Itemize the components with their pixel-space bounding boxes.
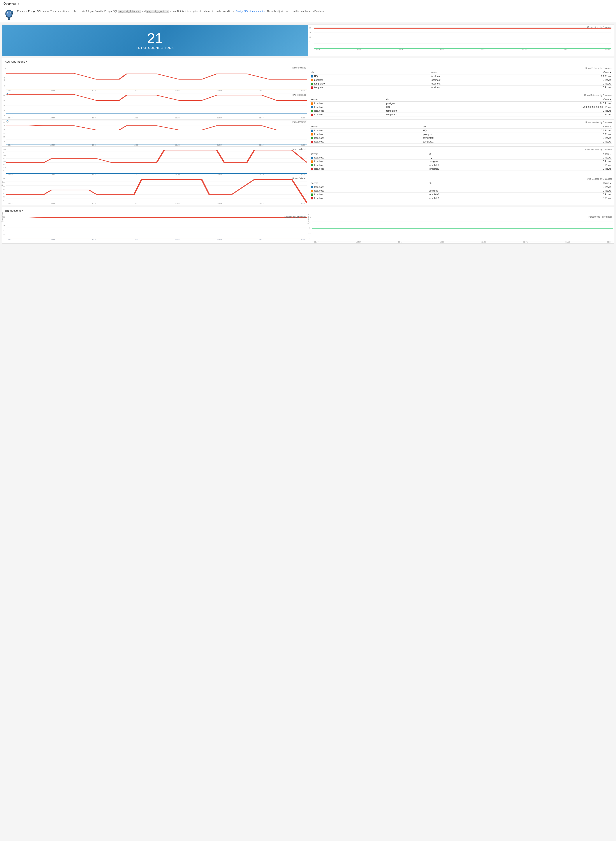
inserted-by-db-table: server db Value ▾ localhost HQ 0.3 Rows … (310, 125, 612, 144)
rows-returned-svg (6, 93, 307, 117)
rows-updated-row: Rows Updated .035 .03 .025 .02 .015 .01 … (2, 147, 614, 176)
transactions-grid: Transactions Committed .25 .2 .15 .1 .05… (2, 214, 614, 243)
table-row: HQ localhost 1.1 Rows (310, 75, 612, 78)
postgres-logo (3, 9, 15, 21)
transactions-committed-title: Transactions Committed (282, 215, 306, 218)
table-row: localhost HQ 0 Rows (310, 185, 612, 189)
rows-inserted-row: Rows Inserted .25 .2 .15 .1 .05 0 11:451… (2, 120, 614, 147)
table-row: localhost template0 0 Rows (310, 136, 612, 140)
table-row: localhost template0 0 Rows (310, 163, 612, 167)
rows-deleted-table-title: Rows Deleted by Database (310, 178, 612, 180)
rows-deleted-table: Rows Deleted by Database server db Value… (308, 176, 614, 205)
rows-fetched-chart-panel: Rows Fetched Rows 1.5 1 .5 0 11:4512 PM1… (2, 65, 308, 92)
rows-fetched-svg (6, 66, 307, 90)
transactions-rolledback-title: Transactions Rolled Back (588, 215, 612, 218)
connections-chart-title: Connections by Database (587, 26, 612, 28)
page-header: Overview ▾ (0, 0, 616, 7)
table-row: localhost template1 0 Rows (310, 140, 612, 144)
table-row: localhost template1 0 Rows (310, 196, 612, 200)
table-row: template0 localhost 0 Rows (310, 82, 612, 86)
connections-grid: 21 TOTAL CONNECTIONS Connections by Data… (2, 25, 614, 56)
rows-fetched-table-title: Rows Fetched by Database (310, 67, 612, 69)
transactions-section: Transactions ▾ Transactions Committed .2… (2, 207, 614, 244)
table-row: localhost HQ 0.7999999999999999 Rows (310, 105, 612, 109)
rows-fetched-row: Rows Fetched Rows 1.5 1 .5 0 11:4512 PM1… (2, 65, 614, 92)
rows-updated-title: Rows Updated (292, 148, 306, 150)
table-row: localhost postgres 0 Rows (310, 132, 612, 136)
table-row: localhost HQ 0 Rows (310, 156, 612, 160)
rows-inserted-title: Rows Inserted (292, 121, 306, 123)
connections-chart-panel: Connections by Database 11:4512 PM12:151… (308, 25, 614, 56)
returned-by-db-table: server db Value ▾ localhost postgres 64.… (310, 97, 612, 116)
transactions-header[interactable]: Transactions ▾ (2, 207, 614, 214)
updated-by-db-table: server db Value ▾ localhost HQ 0 Rows lo… (310, 152, 612, 171)
rows-inserted-loading (6, 120, 9, 123)
table-row: localhost postgres 0 Rows (310, 189, 612, 193)
rows-fetched-title: Rows Fetched (292, 67, 306, 69)
transactions-rolledback-svg (312, 215, 613, 242)
total-connections-panel: 21 TOTAL CONNECTIONS (2, 25, 308, 56)
transactions-committed-svg (6, 215, 307, 239)
table-row: template1 localhost 0 Rows (310, 86, 612, 89)
svg-point-4 (7, 13, 8, 13)
rows-inserted-table-title: Rows Inserted by Database (310, 121, 612, 124)
info-bar: Real-time PostgreSQL status. These stati… (0, 7, 616, 23)
row-operations-section: Row Operations ▾ Rows Fetched Rows 1.5 1… (2, 58, 614, 205)
rows-returned-chart-panel: Rows Returned 40 30 20 10 0 11:4512 PM12… (2, 92, 308, 119)
rows-returned-title: Rows Returned (291, 94, 306, 96)
rows-inserted-chart-panel: Rows Inserted .25 .2 .15 .1 .05 0 11:451… (2, 120, 308, 147)
table-row: postgres localhost 0 Rows (310, 78, 612, 82)
overview-title[interactable]: Overview ▾ (3, 2, 19, 5)
table-row: localhost template0 0 Rows (310, 193, 612, 196)
pg-docs-link[interactable]: PostgreSQL documentation (236, 10, 265, 12)
table-row: localhost template1 0 Rows (310, 167, 612, 171)
rows-returned-table-title: Rows Returned by Database (310, 94, 612, 97)
rows-fetched-table: Rows Fetched by Database db server Value… (308, 65, 614, 92)
deleted-by-db-table: server db Value ▾ localhost HQ 0 Rows lo… (310, 181, 612, 200)
svg-point-5 (10, 13, 10, 13)
rows-deleted-svg (6, 177, 307, 203)
transactions-committed-panel: Transactions Committed .25 .2 .15 .1 .05… (2, 214, 308, 243)
fetched-by-db-table: db server Value ▾ HQ localhost 1.1 Rows … (310, 70, 612, 89)
table-row: localhost HQ 0.3 Rows (310, 129, 612, 132)
rows-updated-svg (6, 148, 307, 174)
rows-inserted-svg (6, 120, 307, 145)
rows-deleted-title: Rows Deleted (292, 177, 306, 180)
table-row: localhost postgres 0 Rows (310, 160, 612, 163)
loading-icon (6, 93, 9, 95)
table-row: localhost postgres 64.8 Rows (310, 101, 612, 105)
connections-label: TOTAL CONNECTIONS (136, 46, 174, 50)
rows-returned-table: Rows Returned by Database server db Valu… (308, 92, 614, 119)
rows-updated-chart-panel: Rows Updated .035 .03 .025 .02 .015 .01 … (2, 147, 308, 176)
rows-returned-row: Rows Returned 40 30 20 10 0 11:4512 PM12… (2, 92, 614, 120)
rows-deleted-chart-panel: Rows Deleted .06 .05 .04 .03 .02 .01 0 R… (2, 176, 308, 205)
connections-x-labels: 11:4512 PM12:1512:3012:4501 PM01:1501:30 (314, 49, 612, 51)
connections-chart: 11:4512 PM12:1512:3012:4501 PM01:1501:30 (309, 26, 613, 52)
rows-deleted-row: Rows Deleted .06 .05 .04 .03 .02 .01 0 R… (2, 176, 614, 205)
info-text: Real-time PostgreSQL status. These stati… (17, 9, 325, 13)
rows-updated-table: Rows Updated by Database server db Value… (308, 147, 614, 176)
table-row: localhost template1 0 Rows (310, 113, 612, 116)
row-ops-chevron: ▾ (26, 60, 27, 63)
chevron-icon: ▾ (18, 3, 19, 5)
rows-inserted-table: Rows Inserted by Database server db Valu… (308, 120, 614, 147)
connections-svg (314, 27, 612, 48)
transactions-chevron: ▾ (22, 210, 23, 212)
connections-section: 21 TOTAL CONNECTIONS Connections by Data… (2, 25, 614, 56)
rows-updated-table-title: Rows Updated by Database (310, 148, 612, 151)
row-operations-header[interactable]: Row Operations ▾ (2, 58, 614, 65)
connections-number: 21 (147, 31, 163, 45)
table-row: localhost template0 0 Rows (310, 109, 612, 113)
transactions-rolledback-panel: Transactions Rolled Back 1 .5 0 -.5 -1 T… (308, 214, 614, 243)
